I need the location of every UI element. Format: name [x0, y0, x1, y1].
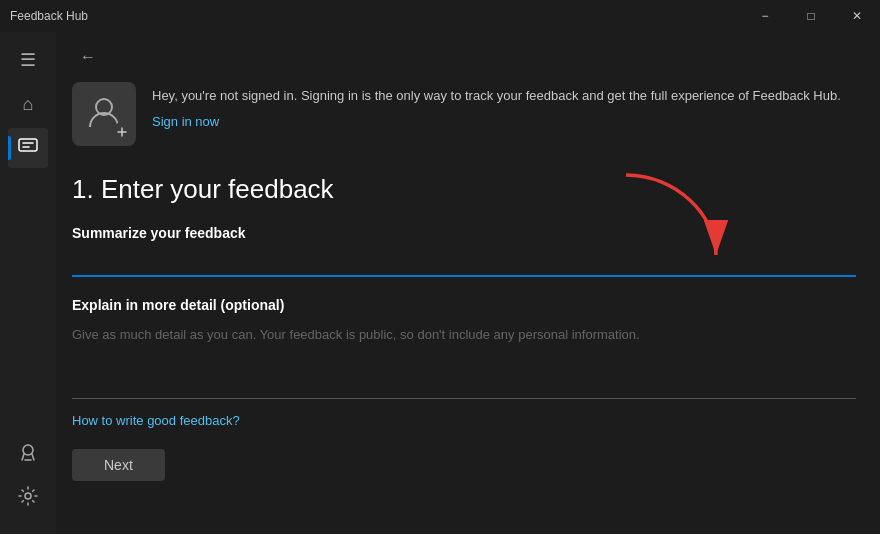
- sidebar: ☰ ⌂: [0, 32, 56, 534]
- section-title: 1. Enter your feedback: [72, 174, 856, 205]
- sidebar-feedback-button[interactable]: [8, 128, 48, 168]
- close-button[interactable]: ✕: [834, 0, 880, 32]
- summarize-label: Summarize your feedback: [72, 225, 856, 241]
- avatar-area: [72, 82, 136, 146]
- feedback-fields: Summarize your feedback Explain in more …: [72, 225, 856, 481]
- maximize-button[interactable]: □: [788, 0, 834, 32]
- window-controls: − □ ✕: [742, 0, 880, 32]
- minimize-button[interactable]: −: [742, 0, 788, 32]
- sidebar-menu-button[interactable]: ☰: [8, 40, 48, 80]
- rewards-icon: [17, 441, 39, 468]
- signin-banner: Hey, you're not signed in. Signing in is…: [72, 78, 856, 150]
- sidebar-settings-button[interactable]: [8, 478, 48, 518]
- title-bar: Feedback Hub − □ ✕: [0, 0, 880, 32]
- back-button[interactable]: ←: [72, 44, 104, 70]
- avatar-add-icon: [112, 122, 132, 142]
- next-button[interactable]: Next: [72, 449, 165, 481]
- detail-textarea[interactable]: [72, 319, 856, 399]
- back-icon: ←: [80, 48, 96, 66]
- banner-description: Hey, you're not signed in. Signing in is…: [152, 86, 856, 106]
- sidebar-top: ☰ ⌂: [8, 40, 48, 434]
- feedback-section: 1. Enter your feedback Summarize your fe…: [72, 174, 856, 481]
- feedback-icon: [17, 135, 39, 162]
- menu-icon: ☰: [20, 49, 36, 71]
- settings-icon: [17, 485, 39, 512]
- banner-text: Hey, you're not signed in. Signing in is…: [152, 82, 856, 130]
- how-to-link[interactable]: How to write good feedback?: [72, 413, 240, 428]
- svg-point-2: [25, 493, 31, 499]
- summarize-field-container: Summarize your feedback: [72, 225, 856, 297]
- app-title: Feedback Hub: [10, 9, 88, 23]
- sidebar-rewards-button[interactable]: [8, 434, 48, 474]
- sign-in-link[interactable]: Sign in now: [152, 114, 219, 129]
- detail-field-container: Explain in more detail (optional): [72, 297, 856, 403]
- summarize-input[interactable]: [72, 247, 856, 277]
- svg-rect-0: [19, 139, 37, 151]
- content-area: ← Hey, you're not signed in. Signing: [56, 32, 880, 534]
- home-icon: ⌂: [23, 94, 34, 115]
- sidebar-home-button[interactable]: ⌂: [8, 84, 48, 124]
- detail-label: Explain in more detail (optional): [72, 297, 856, 313]
- app-body: ☰ ⌂: [0, 32, 880, 534]
- sidebar-bottom: [8, 434, 48, 526]
